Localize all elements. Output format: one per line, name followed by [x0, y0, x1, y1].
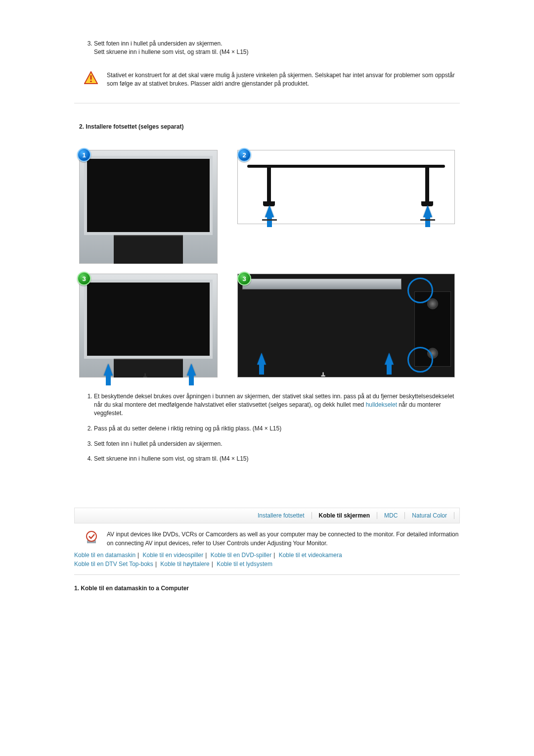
divider [74, 103, 460, 103]
arrow-stem [387, 364, 392, 375]
warning-text: Stativet er konstruert for at det skal v… [107, 71, 460, 89]
tab-natural-color[interactable]: Natural Color [405, 512, 454, 519]
info-text: AV input devices like DVDs, VCRs or Camc… [107, 530, 460, 548]
arrow-stem [259, 364, 264, 375]
highlight-circle [407, 278, 433, 303]
monitor-bottom-bar [242, 279, 401, 289]
tab-install-stand[interactable]: Installere fotsettet [251, 512, 312, 519]
screw-icon [262, 214, 277, 221]
tab-mdc[interactable]: MDC [377, 512, 404, 519]
svg-rect-1 [90, 75, 91, 80]
list-item: Et beskyttende deksel brukes over åpning… [94, 392, 460, 417]
checkmark-icon [84, 530, 99, 547]
stand-leg [267, 168, 271, 202]
info-row: AV input devices like DVDs, VCRs or Camc… [84, 530, 460, 548]
monitor-front-3 [84, 280, 213, 359]
section-title: 2. Installere fotsettet (selges separat) [79, 123, 460, 130]
divider [74, 574, 460, 575]
top-ordered-list: Sett foten inn i hullet på undersiden av… [94, 40, 460, 56]
arrow-up-icon [385, 353, 394, 365]
screw-icon: ┻ [143, 374, 147, 380]
tab-separator [454, 512, 454, 519]
link-connect-camcorder[interactable]: Koble til et videokamera [279, 552, 342, 559]
stand-bar [247, 165, 445, 168]
arrow-stem [106, 375, 111, 385]
monitor-front-1 [84, 156, 213, 235]
link-connect-video[interactable]: Koble til en videospiller [143, 552, 204, 559]
arrow-up-icon [257, 353, 266, 365]
link-connect-dtv[interactable]: Koble til en DTV Set Top-boks [74, 561, 153, 567]
arrow-up-icon [187, 364, 196, 376]
warning-row: Stativet er konstruert for at det skal v… [84, 71, 460, 89]
link-connect-dvd[interactable]: Koble til en DVD-spiller [211, 552, 271, 559]
list-item: Sett foten inn i hullet på undersiden av… [94, 440, 460, 448]
link-connect-speakers[interactable]: Koble til høyttalere [160, 561, 209, 567]
screw-icon: ┻ [321, 373, 325, 379]
hole-cover-link[interactable]: hulldekselet [366, 401, 397, 408]
tab-connect-display[interactable]: Koble til skjermen [312, 512, 377, 519]
arrow-stem [189, 375, 194, 385]
arrow-up-icon [104, 364, 113, 376]
list-item: Pass på at du setter delene i riktig ret… [94, 425, 460, 433]
pedestal-3 [114, 359, 183, 378]
stand-leg [425, 168, 429, 202]
pedestal-1 [114, 235, 183, 264]
svg-point-4 [87, 531, 96, 541]
link-divider: | [210, 561, 215, 567]
highlight-circle [407, 347, 433, 373]
warning-icon [84, 71, 98, 86]
screw-icon [420, 214, 435, 221]
link-connect-audio[interactable]: Koble til et lydsystem [217, 561, 272, 567]
svg-rect-2 [90, 81, 91, 82]
link-divider: | [135, 552, 141, 559]
connection-links-row-1: Koble til en datamaskin| Koble til en vi… [74, 552, 460, 559]
list-item: Sett skruene inn i hullene som vist, og … [94, 455, 460, 463]
list-item: Sett foten inn i hullet på undersiden av… [94, 40, 460, 56]
link-divider: | [271, 552, 277, 559]
install-steps-list: Et beskyttende deksel brukes over åpning… [94, 392, 460, 463]
install-diagram: ┻ ┻ 1 2 3 3 [79, 150, 455, 378]
link-connect-computer[interactable]: Koble til en datamaskin [74, 552, 135, 559]
page: Sett foten inn i hullet på undersiden av… [74, 0, 460, 646]
sub-heading: 1. Koble til en datamaskin to a Computer [74, 585, 460, 592]
link-divider: | [203, 552, 209, 559]
section-tabbar: Installere fotsettet Koble til skjermen … [74, 508, 460, 523]
connection-links-row-2: Koble til en DTV Set Top-boks| Koble til… [74, 561, 460, 567]
link-divider: | [153, 561, 159, 567]
